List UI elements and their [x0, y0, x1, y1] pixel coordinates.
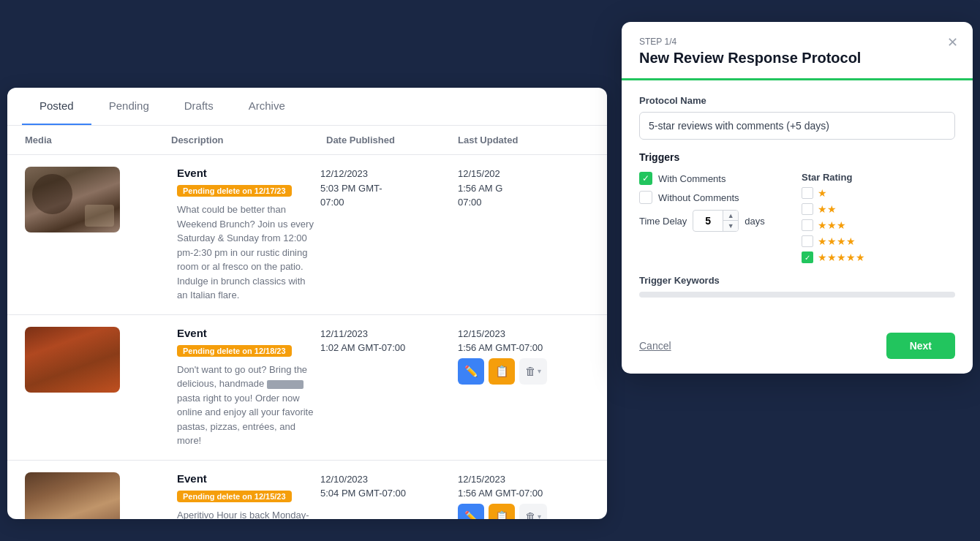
- star-5-checkbox[interactable]: [802, 251, 813, 263]
- star-3-icon: ★★★: [818, 219, 846, 231]
- with-comments-row: With Comments: [639, 172, 793, 185]
- post-title-2: Event: [177, 327, 314, 339]
- star-rating-section: ★ ★★ ★★★: [802, 187, 955, 263]
- time-arrows: ▲ ▼: [723, 211, 738, 231]
- time-delay-input[interactable]: [693, 212, 723, 230]
- with-comments-label: With Comments: [658, 173, 725, 184]
- star-2-icon: ★★: [818, 203, 837, 215]
- post-image-3: [25, 472, 120, 520]
- posts-list: Event Pending delete on 12/17/23 What co…: [7, 155, 607, 519]
- delete-button-2[interactable]: 🗑 ▾: [519, 358, 547, 385]
- star-row-3: ★★★: [802, 219, 955, 231]
- tab-posted[interactable]: Posted: [22, 88, 91, 125]
- table-row: Event Pending delete on 12/15/23 Aperiti…: [7, 461, 607, 520]
- pending-badge-3: Pending delete on 12/15/23: [177, 491, 292, 502]
- trash-icon-3: 🗑: [525, 510, 536, 519]
- media-cell-3: [25, 472, 171, 520]
- star-4-checkbox[interactable]: [802, 235, 813, 247]
- chevron-icon-3: ▾: [538, 512, 541, 519]
- tab-pending[interactable]: Pending: [91, 88, 167, 125]
- triggers-grid: With Comments Without Comments Time Dela…: [639, 172, 955, 263]
- star-1-checkbox[interactable]: [802, 187, 813, 199]
- last-updated-actions-3: 12/15/20231:56 AM GMT-07:00 ✏️ 📋 🗑 ▾: [458, 472, 589, 520]
- media-cell-1: [25, 167, 171, 232]
- copy-button-2[interactable]: 📋: [489, 358, 515, 385]
- last-updated-actions-2: 12/15/20231:56 AM GMT-07:00 ✏️ 📋 🗑 ▾: [458, 327, 589, 385]
- step-label: STEP 1/4: [639, 37, 955, 47]
- tab-drafts[interactable]: Drafts: [167, 88, 231, 125]
- modal: STEP 1/4 New Review Response Protocol ✕ …: [622, 22, 973, 374]
- star-row-2: ★★: [802, 203, 955, 215]
- media-cell-2: [25, 327, 171, 393]
- last-updated-date-3: 12/15/20231:56 AM GMT-07:00: [458, 472, 589, 501]
- post-title-3: Event: [177, 472, 314, 485]
- date-published-1: 12/12/20235:03 PM GMT-07:00: [320, 167, 452, 210]
- star-4-icon: ★★★★: [818, 235, 856, 247]
- post-content-2: Event Pending delete on 12/18/23 Don't w…: [177, 327, 314, 448]
- close-button[interactable]: ✕: [943, 34, 961, 51]
- col-description: Description: [171, 135, 326, 145]
- last-updated-1: 12/15/2021:56 AM G07:00: [458, 167, 589, 210]
- col-date-published: Date Published: [326, 135, 458, 145]
- star-2-checkbox[interactable]: [802, 203, 813, 215]
- days-label: days: [745, 216, 764, 227]
- last-updated-date-2: 12/15/20231:56 AM GMT-07:00: [458, 327, 589, 355]
- time-up-arrow[interactable]: ▲: [723, 211, 738, 221]
- col-media: Media: [25, 135, 171, 145]
- trigger-right: Star Rating ★ ★★: [802, 172, 955, 263]
- tab-archive[interactable]: Archive: [231, 88, 303, 125]
- with-comments-checkbox[interactable]: [639, 172, 652, 185]
- modal-title: New Review Response Protocol: [639, 50, 955, 67]
- edit-button-3[interactable]: ✏️: [458, 504, 484, 520]
- post-desc-2: Don't want to go out? Bring the deliciou…: [177, 363, 314, 448]
- triggers-section-label: Triggers: [639, 151, 955, 163]
- time-down-arrow[interactable]: ▼: [723, 221, 738, 231]
- without-comments-checkbox[interactable]: [639, 191, 652, 204]
- col-last-updated: Last Updated: [458, 135, 589, 145]
- time-delay-row: Time Delay ▲ ▼ days: [639, 210, 793, 232]
- post-title-1: Event: [177, 167, 314, 179]
- trigger-left: With Comments Without Comments Time Dela…: [639, 172, 793, 263]
- table-row: Event Pending delete on 12/17/23 What co…: [7, 155, 607, 315]
- modal-overlay: STEP 1/4 New Review Response Protocol ✕ …: [614, 0, 980, 541]
- pending-badge-1: Pending delete on 12/17/23: [177, 185, 292, 197]
- without-comments-row: Without Comments: [639, 191, 793, 204]
- star-row-5: ★★★★★: [802, 251, 955, 263]
- protocol-name-label: Protocol Name: [639, 95, 955, 106]
- cancel-button[interactable]: Cancel: [639, 340, 671, 352]
- next-button[interactable]: Next: [886, 333, 955, 359]
- post-desc-3: Aperitivo Hour is back Monday-Friday fro…: [177, 508, 314, 520]
- action-buttons-3: ✏️ 📋 🗑 ▾: [458, 504, 589, 520]
- action-buttons-2: ✏️ 📋 🗑 ▾: [458, 358, 589, 385]
- pending-badge-2: Pending delete on 12/18/23: [177, 345, 292, 357]
- trash-icon-2: 🗑: [525, 365, 536, 377]
- trigger-keywords-label: Trigger Keywords: [639, 275, 955, 286]
- post-content-1: Event Pending delete on 12/17/23 What co…: [177, 167, 314, 303]
- time-delay-label: Time Delay: [639, 216, 687, 227]
- time-input-wrap: ▲ ▼: [693, 210, 739, 232]
- star-row-4: ★★★★: [802, 235, 955, 247]
- tabs-bar: Posted Pending Drafts Archive: [7, 88, 607, 126]
- star-3-checkbox[interactable]: [802, 219, 813, 231]
- post-desc-1: What could be better than Weekend Brunch…: [177, 203, 314, 303]
- star-1-icon: ★: [818, 187, 827, 199]
- edit-button-2[interactable]: ✏️: [458, 358, 484, 385]
- table-header: Media Description Date Published Last Up…: [7, 126, 607, 155]
- modal-body: Protocol Name Triggers With Comments Wit…: [622, 80, 973, 324]
- redacted-text: [267, 380, 304, 389]
- protocol-name-input[interactable]: [639, 112, 955, 140]
- date-published-3: 12/10/20235:04 PM GMT-07:00: [320, 472, 452, 501]
- delete-button-3[interactable]: 🗑 ▾: [519, 504, 547, 520]
- date-published-2: 12/11/20231:02 AM GMT-07:00: [320, 327, 452, 355]
- modal-footer: Cancel Next: [622, 324, 973, 374]
- main-card: Posted Pending Drafts Archive Media Desc…: [7, 88, 607, 519]
- without-comments-label: Without Comments: [658, 192, 739, 203]
- post-image-1: [25, 167, 120, 232]
- star-5-icon: ★★★★★: [818, 251, 865, 263]
- post-image-2: [25, 327, 120, 393]
- star-row-1: ★: [802, 187, 955, 199]
- star-rating-label: Star Rating: [802, 172, 955, 183]
- keywords-bar: [639, 292, 955, 298]
- post-content-3: Event Pending delete on 12/15/23 Aperiti…: [177, 472, 314, 520]
- copy-button-3[interactable]: 📋: [489, 504, 515, 520]
